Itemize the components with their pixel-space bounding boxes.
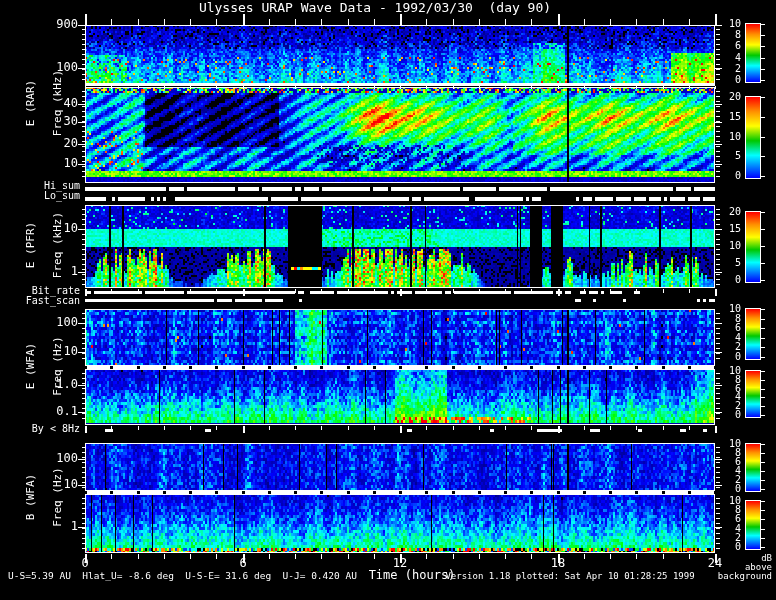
time-tick-label: 18 [538,557,578,570]
time-tick-label: 12 [380,557,420,570]
urap-wave-data-figure: Ulysses URAP Wave Data - 1992/03/30 (day… [0,0,776,600]
status-strip-bit-rate [85,291,715,294]
colorbar-2 [745,211,761,283]
status-strip-hi-sum [85,187,715,191]
colorbar-tick-label: 20 [700,91,741,102]
freq-tick-label: 1 [0,265,78,278]
spectrogram-panel-ewfa_hi [85,309,715,366]
time-tick-label: 6 [223,557,263,570]
colorbar-tick-label: 10 [700,131,741,142]
status-strip-fast-scan [85,299,715,302]
colorbar-tick-label: 6 [700,40,741,51]
colorbar-5 [745,443,761,492]
freq-tick-label: 10 [0,478,78,491]
freq-tick-label: 1.0 [0,378,78,391]
freq-tick-label: 900 [0,18,78,31]
colorbar-tick-label: 5 [700,257,741,268]
colorbar-tick-label: 4 [700,52,741,63]
colorbar-tick-label: 0 [700,170,741,181]
freq-tick-label: 40 [0,97,78,110]
colorbar-units-line3: background [690,572,772,582]
strip-label-fast-scan: Fast_scan [0,295,80,306]
colorbar-tick-label: 0 [700,483,741,494]
status-strip-by-8hz [85,429,715,432]
freq-tick-label: 0.1 [0,405,78,418]
spectrogram-panel-bwfa_lo [85,494,715,553]
colorbar-tick-label: 10 [700,240,741,251]
colorbar-tick-label: 20 [700,206,741,217]
strip-label-by-8hz: By < 8Hz [0,423,80,434]
figure-title: Ulysses URAP Wave Data - 1992/03/30 (day… [60,1,690,15]
colorbar-tick-label: 15 [700,223,741,234]
freq-tick-label: 100 [0,452,78,465]
spectrogram-panel-bwfa_hi [85,443,715,491]
colorbar-6 [745,500,761,550]
spectrogram-panel-ewfa_lo [85,369,715,425]
time-tick-label: 24 [695,557,735,570]
spectrogram-panel-rar_lo [85,87,715,183]
colorbar-0 [745,23,761,83]
colorbar-3 [745,308,761,360]
colorbar-tick-label: 10 [700,18,741,29]
colorbar-tick-label: 15 [700,111,741,122]
orbit-info: U-S=5.39 AU Hlat_U= -8.6 deg U-S-E= 31.6… [8,571,357,581]
freq-tick-label: 100 [0,316,78,329]
spectrogram-panel-pfr [85,205,715,288]
strip-label-lo-sum: Lo_sum [0,190,80,201]
colorbar-tick-label: 0 [700,409,741,420]
version-info: Version 1.18 plotted: Sat Apr 10 01:28:2… [445,572,695,582]
colorbar-tick-label: 0 [700,351,741,362]
colorbar-tick-label: 0 [700,74,741,85]
colorbar-1 [745,96,761,179]
colorbar-tick-label: 5 [700,150,741,161]
freq-tick-label: 10 [0,222,78,235]
freq-tick-label: 10 [0,157,78,170]
freq-tick-label: 30 [0,115,78,128]
colorbar-tick-label: 2 [700,63,741,74]
time-tick-label: 0 [65,557,105,570]
colorbar-4 [745,370,761,418]
freq-tick-label: 1 [0,520,78,533]
freq-tick-label: 20 [0,137,78,150]
colorbar-tick-label: 0 [700,541,741,552]
colorbar-tick-label: 8 [700,29,741,40]
spectrogram-panel-rar_hi [85,25,715,84]
colorbar-tick-label: 0 [700,274,741,285]
freq-tick-label: 10 [0,345,78,358]
freq-tick-label: 100 [0,61,78,74]
status-strip-lo-sum [85,197,715,201]
